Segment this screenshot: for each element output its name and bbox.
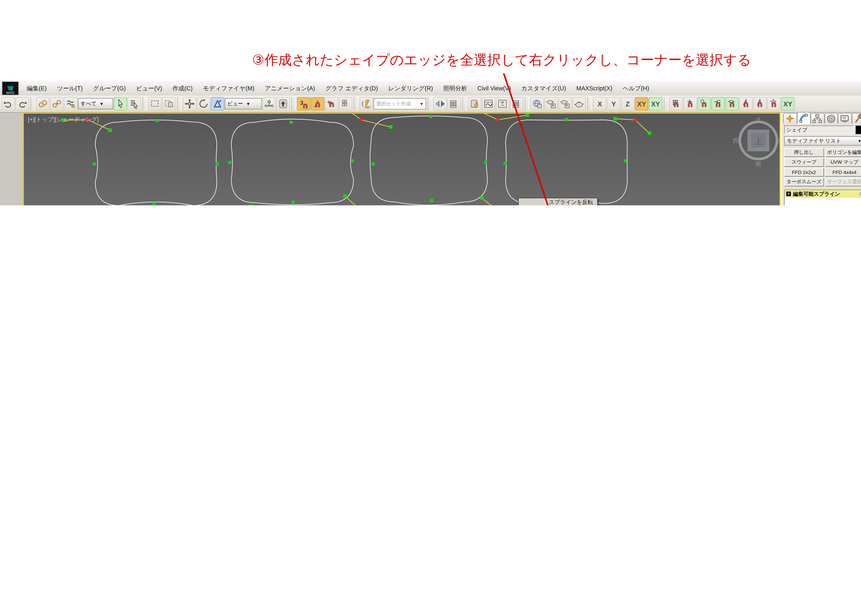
gridmag-icon[interactable] [669, 97, 683, 110]
brace-icon[interactable]: {ABC [360, 97, 373, 110]
menu-Civil View(V)[interactable]: Civil View(V) [472, 81, 516, 96]
menu-MAXScript(X)[interactable]: MAXScript(X) [571, 81, 617, 96]
object-color-swatch[interactable] [855, 126, 861, 134]
tab-create[interactable] [783, 113, 797, 123]
pivot-icon[interactable] [263, 97, 276, 110]
layers-icon[interactable] [510, 97, 523, 110]
curvebox-icon[interactable] [482, 97, 496, 110]
teapotbox-icon[interactable] [559, 97, 572, 110]
menu-ヘルプ(H)[interactable]: ヘルプ(H) [617, 81, 654, 96]
tab-motion[interactable] [824, 113, 838, 123]
spin-icon[interactable] [339, 97, 352, 110]
axis-constraint-XY[interactable]: XY [635, 97, 649, 110]
modbtn-スウィープ[interactable]: スウィープ [784, 158, 824, 167]
menu-モディファイヤ(M)[interactable]: モディファイヤ(M) [198, 81, 260, 96]
left-dock-strip [0, 113, 23, 205]
modbtn-FFD 2x2x2[interactable]: FFD 2x2x2 [784, 168, 824, 177]
modifier-list-dropdown[interactable]: モディファイヤ リスト▼ [784, 136, 861, 146]
modbtn-押し出し[interactable]: 押し出し [784, 148, 824, 157]
modifier-buttons: 押し出しポリゴンを編集スウィープUVW マップFFD 2x2x2FFD 4x4x… [784, 148, 861, 186]
layers-icon[interactable] [447, 97, 461, 110]
expand-icon[interactable]: + [786, 192, 791, 196]
menu-ビュー(V)[interactable]: ビュー(V) [131, 81, 167, 96]
redo-icon[interactable] [16, 97, 29, 110]
menu-グラフ エディタ(D)[interactable]: グラフ エディタ(D) [320, 81, 383, 96]
menu-カスタマイズ(U)[interactable]: カスタマイズ(U) [516, 81, 571, 96]
svg-text:南: 南 [756, 160, 761, 167]
app-logo[interactable]: MXD [2, 82, 19, 95]
svg-text:ABC: ABC [365, 106, 371, 109]
viewport-scene: y x z y x z 上 北 南 東 西 [24, 113, 779, 205]
dropdown-すべて[interactable]: すべて▼ [78, 98, 113, 110]
modbtn-UVW マップ[interactable]: UVW マップ [825, 158, 861, 167]
svg-text:上: 上 [755, 137, 762, 146]
stack-item-editable-spline[interactable]: + 編集可能スプライン ∴ [785, 190, 861, 198]
link-icon[interactable] [36, 97, 50, 110]
modbtn-ターボスムーズ[interactable]: ターボスムーズ [784, 178, 824, 186]
svg-text:{: { [362, 100, 364, 107]
schem-icon[interactable] [496, 97, 509, 110]
tab-modify[interactable] [797, 112, 811, 124]
menu-ツール(T)[interactable]: ツール(T) [52, 81, 88, 96]
menu-レンダリング(R)[interactable]: レンダリング(R) [383, 81, 438, 96]
cursor-icon[interactable] [114, 97, 127, 110]
undo-icon[interactable] [2, 97, 15, 110]
object-name-field[interactable]: シェイプ [784, 126, 854, 134]
mirror-icon[interactable] [433, 97, 447, 110]
viewport-label[interactable]: [+][トップ][シェーディング] [28, 116, 99, 123]
svg-text:東: 東 [778, 137, 780, 144]
command-panel-tabs [783, 113, 861, 123]
named-selection-input[interactable]: 選択セット作成▼ [373, 98, 426, 110]
rect-icon[interactable] [148, 97, 162, 110]
midmag-icon[interactable] [725, 97, 739, 110]
fence-icon[interactable] [162, 97, 176, 110]
menu-作成(C)[interactable]: 作成(C) [167, 81, 198, 96]
snap3-icon[interactable]: 3 [297, 97, 310, 110]
sqmag-icon[interactable] [697, 97, 711, 110]
byname-icon[interactable] [127, 97, 141, 110]
menu-グループ(G)[interactable]: グループ(G) [88, 81, 131, 96]
viewport-top[interactable]: y x z y x z 上 北 南 東 西 [+][トップ][シェーディング] [23, 113, 781, 205]
quad-item-スプラインを反転[interactable]: スプラインを反転 [519, 198, 597, 205]
tab-hierarchy[interactable] [811, 113, 824, 123]
angle-icon[interactable] [311, 97, 324, 110]
axis-constraint-XY[interactable]: XY [649, 97, 662, 110]
menu-アニメーション(A)[interactable]: アニメーション(A) [260, 81, 320, 96]
menu-bar: MXD 編集(E)ツール(T)グループ(G)ビュー(V)作成(C)モディファイヤ… [0, 81, 861, 96]
unlink-icon[interactable] [50, 97, 63, 110]
segmag-icon[interactable] [711, 97, 725, 110]
scale-icon[interactable] [211, 97, 224, 110]
modbtn-FFD 4x4x4[interactable]: FFD 4x4x4 [825, 168, 861, 177]
move-icon[interactable] [183, 97, 196, 110]
starmag-icon[interactable] [767, 97, 781, 110]
tab-display[interactable] [838, 113, 852, 123]
axis-constraint-Y[interactable]: Y [607, 97, 620, 110]
menu-照明分析[interactable]: 照明分析 [438, 81, 472, 96]
svg-text:3: 3 [300, 100, 303, 106]
graphite-icon[interactable] [468, 97, 482, 110]
rotate-icon[interactable] [197, 97, 210, 110]
menu-編集(E)[interactable]: 編集(E) [22, 81, 52, 96]
modbtn-ポリゴンを編集[interactable]: ポリゴンを編集 [825, 148, 861, 157]
axis-constraint-Z[interactable]: Z [621, 97, 634, 110]
annotation-text: ③作成されたシェイプのエッジを全選択して右クリックし、コーナーを選択する [252, 50, 751, 69]
quad-tool1: スプラインを反転始点を選択分割バインドバインド解除ベジェ コーナーベジェ✓コーナ… [518, 198, 598, 205]
globe-icon[interactable] [530, 97, 544, 110]
teapot-icon[interactable] [572, 97, 586, 110]
svg-text:西: 西 [733, 137, 738, 144]
dropdown-ビュー[interactable]: ビュー▼ [225, 98, 262, 110]
pct-icon[interactable]: % [325, 97, 338, 110]
angmag-icon[interactable] [753, 97, 767, 110]
axis-constraint-XY[interactable]: XY [781, 97, 795, 110]
mxd-logo-icon [7, 86, 13, 91]
pivmag-icon[interactable] [683, 97, 697, 110]
wave-icon[interactable] [64, 97, 77, 110]
modifier-stack[interactable]: + 編集可能スプライン ∴ [784, 190, 861, 205]
subobject-dots-icon: ∴ [859, 192, 861, 196]
up-icon[interactable] [276, 97, 290, 110]
teapotbox-icon[interactable] [545, 97, 558, 110]
angmag-icon[interactable] [739, 97, 753, 110]
svg-text:北: 北 [756, 117, 761, 123]
tab-utilities[interactable] [852, 113, 861, 123]
axis-constraint-X[interactable]: X [593, 97, 606, 110]
